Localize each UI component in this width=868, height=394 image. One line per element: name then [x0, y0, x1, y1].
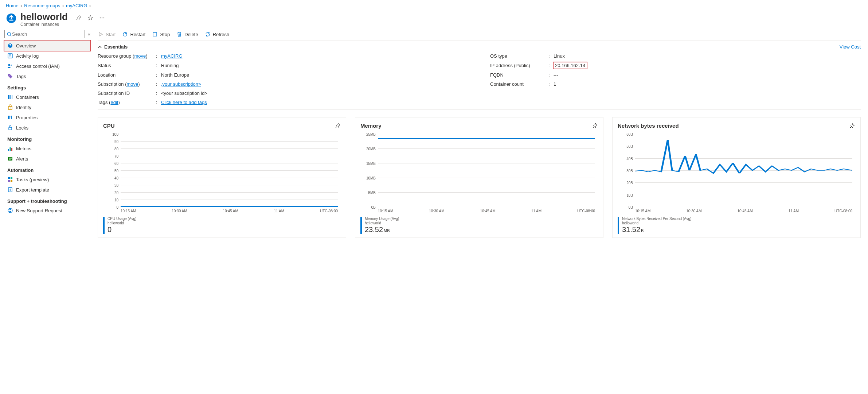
sidebar-item-tasks[interactable]: Tasks (preview): [4, 174, 90, 185]
ess-label-fqdn: FQDN: [490, 72, 548, 78]
restart-button[interactable]: Restart: [122, 31, 145, 37]
ess-val-location: North Europe: [161, 72, 189, 78]
ess-label-ip: IP address (Public): [490, 63, 548, 68]
toolbar-label: Refresh: [213, 32, 230, 37]
chart-title: Network bytes received: [618, 123, 679, 129]
legend-sub: helloworld: [107, 221, 136, 225]
stop-button[interactable]: Stop: [152, 31, 170, 37]
edit-link[interactable]: edit: [110, 100, 118, 105]
svg-rect-31: [11, 177, 12, 179]
ess-val-rg[interactable]: myACIRG: [161, 53, 183, 59]
star-icon[interactable]: [87, 15, 93, 21]
sidebar-item-alerts[interactable]: Alerts: [4, 154, 90, 164]
ess-label-subscription: Subscription (move): [98, 81, 156, 87]
sidebar-item-activity-log[interactable]: Activity log: [4, 51, 90, 61]
ess-val-tags[interactable]: Click here to add tags: [161, 100, 207, 105]
pin-icon[interactable]: [592, 123, 598, 129]
chart-card-network: Network bytes received 60B 50B 40B 30B 2…: [612, 117, 861, 238]
ytick: 60B: [626, 132, 633, 136]
sidebar-item-containers[interactable]: Containers: [4, 92, 90, 102]
view-cost-link[interactable]: View Cost: [840, 44, 861, 50]
pin-icon[interactable]: [849, 123, 855, 129]
ess-label-rg: Resource group (move): [98, 53, 156, 59]
svg-rect-25: [9, 127, 12, 130]
sidebar-item-overview[interactable]: Overview: [4, 40, 90, 51]
xtick: 11 AM: [789, 209, 799, 213]
ytick: 0B: [629, 205, 633, 209]
sidebar-section-automation: Automation: [4, 164, 90, 174]
ytick: 25MB: [366, 132, 376, 136]
essentials-label: Essentials: [104, 44, 128, 50]
refresh-icon: [205, 31, 211, 37]
delete-button[interactable]: Delete: [176, 31, 198, 37]
restart-icon: [122, 31, 128, 37]
chart-legend: CPU Usage (Avg) helloworld 0: [103, 217, 341, 234]
ytick: 0B: [371, 205, 376, 209]
stop-icon: [152, 31, 158, 37]
more-icon[interactable]: [99, 15, 105, 21]
chevron-right-icon: ›: [62, 3, 64, 8]
ytick: 10: [114, 198, 118, 202]
sidebar-item-label: Metrics: [16, 146, 31, 151]
breadcrumb-home[interactable]: Home: [6, 3, 19, 8]
sidebar-item-locks[interactable]: Locks: [4, 123, 90, 133]
ytick: 10MB: [366, 176, 376, 180]
export-template-icon: [7, 187, 13, 193]
sidebar-section-settings: Settings: [4, 81, 90, 92]
pin-icon[interactable]: [335, 123, 341, 129]
sidebar-item-label: Containers: [16, 94, 39, 100]
ytick: 0: [116, 205, 118, 209]
legend-sub: helloworld: [365, 221, 399, 225]
chart-plot-memory: 25MB 20MB 15MB 10MB 5MB 0B: [378, 134, 595, 207]
svg-point-23: [9, 116, 11, 117]
ytick: 10B: [626, 193, 633, 197]
xtick: 10:30 AM: [429, 209, 444, 213]
breadcrumb-rgname[interactable]: myACIRG: [66, 3, 87, 8]
sidebar-item-identity[interactable]: Identity: [4, 102, 90, 112]
pin-icon[interactable]: [76, 15, 82, 21]
sidebar-item-properties[interactable]: Properties: [4, 112, 90, 123]
collapse-sidebar-button[interactable]: «: [88, 31, 90, 37]
move-link[interactable]: move: [134, 53, 146, 59]
search-input[interactable]: [12, 31, 82, 37]
sidebar-item-label: New Support Request: [16, 208, 62, 213]
xtick: 11 AM: [274, 209, 284, 213]
ytick: 30: [114, 184, 118, 188]
sidebar-item-tags[interactable]: Tags: [4, 71, 90, 81]
sidebar-item-label: Identity: [16, 105, 31, 110]
sidebar-item-label: Locks: [16, 125, 28, 131]
essentials-toggle[interactable]: Essentials: [98, 44, 128, 50]
xtick: 10:15 AM: [121, 209, 136, 213]
svg-point-5: [7, 32, 11, 35]
svg-point-18: [10, 108, 11, 108]
sidebar-section-support: Support + troubleshooting: [4, 195, 90, 205]
toolbar: Start Restart Stop Delete Refresh: [98, 30, 861, 40]
ytick: 5MB: [368, 191, 376, 195]
ess-val-containercount: 1: [554, 81, 556, 87]
ytick: 80: [114, 147, 118, 151]
chart-card-cpu: CPU 100 90 80 70 60 50 40 30 20 10 0: [98, 117, 346, 238]
legend-value: 31.52: [622, 225, 640, 233]
sidebar-item-access-control[interactable]: Access control (IAM): [4, 61, 90, 71]
toolbar-label: Stop: [160, 32, 170, 37]
sidebar-item-metrics[interactable]: Metrics: [4, 143, 90, 154]
xtick-tz: UTC-08:00: [834, 209, 852, 213]
play-icon: [98, 31, 103, 37]
sidebar-item-export-template[interactable]: Export template: [4, 185, 90, 195]
svg-rect-30: [8, 177, 10, 179]
containers-icon: [7, 94, 13, 100]
sidebar-item-label: Tags: [16, 74, 26, 79]
breadcrumb-resource-groups[interactable]: Resource groups: [24, 3, 60, 8]
chevron-right-icon: ›: [89, 3, 91, 8]
svg-point-3: [102, 18, 102, 18]
sidebar-search[interactable]: [4, 30, 85, 38]
move-link[interactable]: move: [127, 81, 138, 87]
ess-val-subscription[interactable]: ,your subscription>: [161, 81, 201, 87]
refresh-button[interactable]: Refresh: [205, 31, 230, 37]
alerts-icon: [7, 156, 13, 162]
data-line: [635, 134, 852, 207]
sidebar-item-new-support-request[interactable]: New Support Request: [4, 205, 90, 216]
svg-rect-17: [12, 95, 12, 99]
ess-label-os: OS type: [490, 53, 548, 59]
chart-plot-cpu: 100 90 80 70 60 50 40 30 20 10 0: [121, 134, 338, 207]
